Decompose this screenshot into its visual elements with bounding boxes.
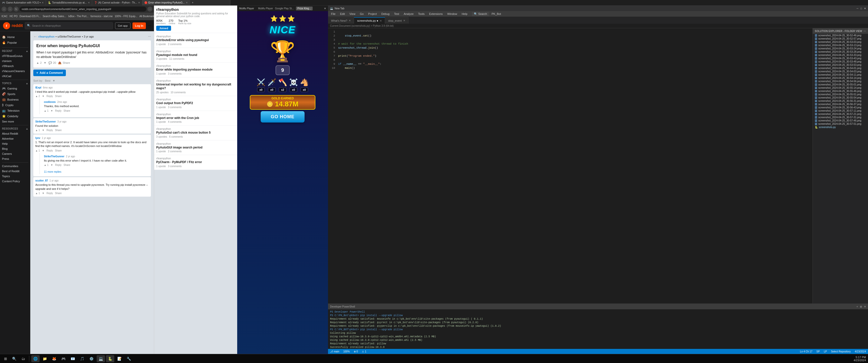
terminal-plus-icon[interactable]: + bbox=[857, 305, 858, 308]
firefox-taskbar-btn[interactable]: 🦊 bbox=[50, 355, 58, 362]
comment-2-reply[interactable]: Reply bbox=[46, 149, 53, 152]
reddit-search[interactable]: 🔍 Search in r/learnpython bbox=[25, 22, 113, 29]
sidebar-item-kicad[interactable]: r/KiCad bbox=[0, 74, 30, 79]
browser-tab-new[interactable]: + bbox=[190, 0, 230, 5]
explorer-file-22[interactable]: 🖼 screenshot_2024-04-25_30-56-43.png bbox=[813, 106, 868, 109]
browser-tab-1[interactable]: 🐍 TornadoBit/screenshots.py at... ✕ bbox=[46, 0, 92, 5]
tab-whatsnew-close[interactable]: ✕ bbox=[349, 19, 351, 22]
go-home-button[interactable]: GO HOME bbox=[261, 111, 305, 123]
comment-reply-2-reply[interactable]: Reply bbox=[55, 164, 62, 166]
explorer-file-10[interactable]: 🖼 screenshot_2024-04-25_30-54-01.png bbox=[813, 67, 868, 70]
bookmark-hcpo[interactable]: HC PO bbox=[9, 15, 18, 18]
menu-help[interactable]: Help bbox=[460, 12, 470, 16]
explorer-file-17[interactable]: 🖼 screenshot_2024-04-25_30-55-46.png bbox=[813, 90, 868, 93]
breadcrumb-back-icon[interactable]: ← bbox=[33, 34, 37, 39]
explorer-file-19[interactable]: 🖼 screenshot_2024-04-25_30-55-54.png bbox=[813, 96, 868, 99]
explorer-file-23[interactable]: 🖼 screenshot_2024-04-25_30-57-11.png bbox=[813, 109, 868, 112]
sidebar-item-advertise[interactable]: Advertise bbox=[0, 136, 30, 141]
game-close-icon[interactable]: ✕ bbox=[324, 7, 326, 10]
menu-analyze[interactable]: Analyze bbox=[402, 12, 415, 16]
sidebar-item-careers[interactable]: Careers bbox=[0, 151, 30, 156]
back-button[interactable]: ‹ bbox=[1, 6, 6, 11]
menu-go[interactable]: Go bbox=[358, 12, 366, 16]
notepad-taskbar-btn[interactable]: 📝 bbox=[115, 355, 124, 362]
post-preview-0[interactable]: r/learnpython AttributeError while using… bbox=[154, 33, 237, 48]
explorer-file-21[interactable]: 🖼 screenshot_2024-04-25_30-56-37.png bbox=[813, 103, 868, 106]
bookmark-allbookmarks[interactable]: All Bookmarks bbox=[140, 15, 154, 18]
comment-2-author[interactable]: lyev bbox=[35, 137, 40, 139]
tab-stopevent-close[interactable]: ✕ bbox=[403, 19, 405, 22]
sidebar-item-ffbraveexvius[interactable]: r/FFBraveExvius bbox=[0, 54, 30, 59]
bookmark-ixbox[interactable]: IxBox - The Port... bbox=[68, 15, 88, 18]
comment-reply-0-author[interactable]: cooliovos bbox=[44, 101, 56, 103]
sidebar-item-sports[interactable]: 🏈 Sports bbox=[0, 91, 30, 97]
search-button[interactable]: 🔍 bbox=[10, 355, 19, 362]
menu-tools[interactable]: Tools bbox=[416, 12, 427, 16]
status-encoding[interactable]: SP bbox=[816, 350, 820, 353]
sort-chevron-icon[interactable]: ▼ bbox=[53, 79, 55, 82]
explorer-file-11[interactable]: 🖼 screenshot_2024-04-25_30-54-03.png bbox=[813, 70, 868, 73]
status-zoom[interactable]: 100% bbox=[343, 350, 350, 353]
post-preview-8[interactable]: r/learnpython PyCharm - PyMuPDF / Fitz e… bbox=[154, 155, 237, 170]
sidebar-item-bestofreddit[interactable]: Best of Reddit bbox=[0, 169, 30, 174]
tab-close-0[interactable]: ✕ bbox=[42, 1, 44, 4]
menu-project[interactable]: Project bbox=[366, 12, 379, 16]
menu-file[interactable]: File bbox=[329, 12, 338, 16]
bookmark-formocics[interactable]: formocics - start.me bbox=[91, 15, 113, 18]
search-bar[interactable]: 🔍 Search bbox=[472, 12, 489, 16]
comment-0-author[interactable]: IExpl bbox=[35, 86, 41, 89]
comment-1-author[interactable]: StrikeTheGunner bbox=[35, 120, 56, 123]
comment-0-downvote[interactable]: ▼ bbox=[42, 95, 44, 98]
vscode-tab-whatsnew[interactable]: What's New? ✕ bbox=[328, 17, 354, 24]
bookmark-ffe[interactable]: 100% - FFE Equip... bbox=[115, 15, 137, 18]
menu-test[interactable]: Test bbox=[392, 12, 401, 16]
game-tab-0[interactable]: MuMu Player bbox=[258, 7, 273, 10]
minimize-icon[interactable]: ─ bbox=[857, 7, 859, 10]
menu-extensions[interactable]: Extensions bbox=[427, 12, 445, 16]
explorer-file-16[interactable]: 🖼 screenshot_2024-04-25_30-55-14.png bbox=[813, 86, 868, 90]
comment-1-vote[interactable]: ▲ 1 bbox=[35, 129, 40, 132]
comment-reply-0-downvote[interactable]: ▼ bbox=[51, 109, 53, 112]
bookmark-ebay[interactable]: Search eBay Sales... bbox=[43, 15, 66, 18]
comment-reply-2-share[interactable]: Share bbox=[64, 164, 70, 166]
explorer-file-18[interactable]: 🖼 screenshot_2024-04-25_30-55-51.png bbox=[813, 93, 868, 96]
terminal-split-icon[interactable]: ⊞ bbox=[860, 305, 862, 308]
comment-3-downvote[interactable]: ▼ bbox=[42, 192, 44, 195]
taskview-button[interactable]: 🗂 bbox=[20, 355, 27, 362]
browser-tab-3[interactable]: 🔴 Error when importing PyAutoG... ✕ bbox=[142, 0, 190, 5]
downvote-button[interactable]: ▼ bbox=[44, 61, 46, 64]
post-options-icon[interactable]: ⋯ bbox=[148, 35, 151, 38]
sidebar-item-contentpolicy[interactable]: Content Policy bbox=[0, 179, 30, 184]
explorer-file-6[interactable]: 🖼 screenshot_2024-04-25_30-53-33.png bbox=[813, 54, 868, 57]
game-tab-1[interactable]: Google Play St... bbox=[275, 7, 294, 10]
bookmark-ios[interactable]: Download iOS Fi... bbox=[20, 15, 41, 18]
topics-collapse-icon[interactable]: ▲ bbox=[26, 82, 28, 85]
comment-1-reply[interactable]: Reply bbox=[46, 129, 53, 132]
explorer-file-20[interactable]: 🖼 screenshot_2024-04-25_30-56-31.png bbox=[813, 99, 868, 103]
sidebar-item-popular[interactable]: 🔥 Popular bbox=[0, 40, 30, 45]
get-app-button[interactable]: Get app bbox=[115, 23, 130, 29]
tab-close-3[interactable]: ✕ bbox=[186, 1, 188, 4]
maximize-icon[interactable]: □ bbox=[861, 7, 862, 10]
extensions-button[interactable]: ⋯ bbox=[147, 6, 152, 11]
chrome-taskbar-btn[interactable]: 🌐 bbox=[31, 355, 40, 362]
comment-0-vote[interactable]: ▲ 2 bbox=[35, 95, 40, 98]
share-post-button[interactable]: 📤 Share bbox=[58, 61, 70, 65]
comment-3-vote[interactable]: ▲ 1 bbox=[35, 192, 40, 195]
settings-taskbar-btn[interactable]: ⚙️ bbox=[87, 355, 96, 362]
pk-bot-label[interactable]: PK_Bot bbox=[490, 12, 503, 16]
sort-value[interactable]: Best bbox=[45, 79, 51, 82]
comment-3-share[interactable]: Share bbox=[55, 192, 62, 195]
sidebar-item-sinixm[interactable]: r/sinixm bbox=[0, 59, 30, 64]
more-options-icon[interactable]: ⋯ bbox=[148, 24, 151, 28]
sidebar-item-about[interactable]: About Reddit bbox=[0, 131, 30, 136]
explorer-file-27[interactable]: 🖼 screenshot_2024-04-25_30-57-51.png bbox=[813, 122, 868, 126]
comment-0-reply[interactable]: Reply bbox=[46, 95, 53, 98]
explorer-file-py[interactable]: 🐍 screenshots.py bbox=[813, 126, 868, 129]
comment-reply-0-vote[interactable]: ▲ 1 bbox=[44, 109, 49, 112]
game-taskbar-btn[interactable]: 🎮 bbox=[59, 355, 68, 362]
email-taskbar-btn[interactable]: 📧 bbox=[69, 355, 77, 362]
post-preview-4[interactable]: r/learnpython Cool output from PyPDF2 1 … bbox=[154, 96, 237, 111]
sidebar-item-help[interactable]: Help bbox=[0, 141, 30, 146]
close-icon[interactable]: ✕ bbox=[864, 7, 866, 10]
